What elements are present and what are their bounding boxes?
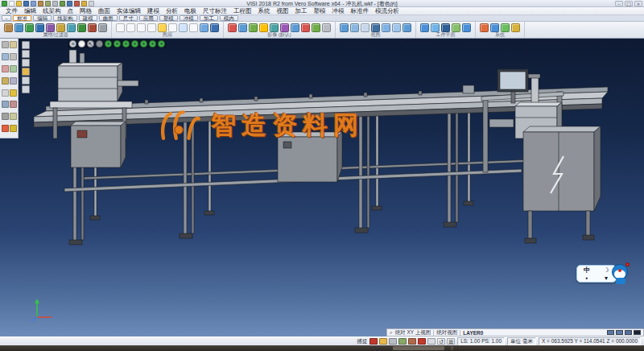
workplane-reset-icon[interactable] <box>462 23 471 32</box>
transparency-icon[interactable] <box>301 23 310 32</box>
layer-hide-icon[interactable] <box>147 23 156 32</box>
save-all-icon[interactable] <box>31 1 36 6</box>
layer-new-icon[interactable] <box>116 23 125 32</box>
ribbon-tab-8[interactable]: 塑模 <box>159 15 178 21</box>
pan-icon[interactable] <box>392 23 401 32</box>
color-swatch-3[interactable] <box>625 330 632 335</box>
mirror-tool-icon[interactable] <box>2 65 9 72</box>
menu-icon[interactable]: ≡ <box>69 40 76 47</box>
menu-item-18[interactable]: 模流分析 <box>372 7 402 15</box>
menu-item-1[interactable]: 编辑 <box>21 7 39 15</box>
system-settings-icon[interactable] <box>490 23 499 32</box>
ribbon-tab-2[interactable]: 编辑 <box>33 15 52 21</box>
ribbon-tab-7[interactable]: 应用 <box>139 15 158 21</box>
dropdown-icon[interactable] <box>89 1 94 6</box>
active-select-icon[interactable] <box>22 68 30 76</box>
menu-item-2[interactable]: 线架构 <box>39 7 64 15</box>
filter-face-icon[interactable] <box>25 23 34 32</box>
move-tool-icon[interactable] <box>2 53 9 60</box>
menu-item-11[interactable]: 工程图 <box>230 7 255 15</box>
color-picker-icon[interactable] <box>14 23 23 32</box>
chamfer-tool-icon[interactable] <box>2 101 9 108</box>
menu-item-15[interactable]: 塑模 <box>311 7 329 15</box>
offset-tool-icon[interactable] <box>2 77 9 85</box>
light-icon[interactable] <box>322 23 331 32</box>
ribbon-tab-1[interactable]: 标准 <box>13 15 31 21</box>
shade-blue-icon[interactable] <box>238 23 247 32</box>
highlight-status-icon[interactable] <box>418 338 426 345</box>
shade-red-icon[interactable] <box>228 23 237 32</box>
app-logo-icon[interactable] <box>2 1 7 6</box>
hidden-line-icon[interactable] <box>291 23 299 32</box>
scale-tool-icon[interactable] <box>10 65 17 72</box>
measure-tool-icon[interactable] <box>10 41 17 48</box>
system-info-icon[interactable] <box>511 23 520 32</box>
rotate-tool-icon[interactable] <box>10 53 17 60</box>
workplane-align-icon[interactable] <box>452 23 460 32</box>
menu-item-5[interactable]: 曲面 <box>95 7 114 15</box>
menu-item-8[interactable]: 分析 <box>163 7 181 15</box>
menu-item-7[interactable]: 建模 <box>144 7 163 15</box>
rotate-view-icon[interactable] <box>402 23 411 32</box>
menu-item-16[interactable]: 冲模 <box>329 7 348 15</box>
filter-solid-icon[interactable] <box>46 23 55 32</box>
layer-freeze-icon[interactable] <box>179 23 188 32</box>
redo-icon[interactable] <box>67 1 72 6</box>
filter-surface-icon[interactable] <box>67 23 76 32</box>
shade-yellow-icon[interactable] <box>259 23 268 32</box>
menu-item-10[interactable]: 尺寸标注 <box>200 7 230 15</box>
zoom-window-icon[interactable] <box>382 23 390 32</box>
ribbon-tab-0[interactable]: - <box>2 15 11 21</box>
filter-status-icon[interactable] <box>369 338 378 345</box>
info-tool-icon[interactable] <box>10 125 17 132</box>
snap-point-icon[interactable]: + <box>105 40 112 47</box>
snap-status-icon[interactable] <box>379 338 387 345</box>
snap-grid-icon[interactable]: + <box>149 40 156 47</box>
ribbon-tab-3[interactable]: 线架构 <box>53 15 77 21</box>
view-front-icon[interactable] <box>350 23 359 32</box>
snap-quadrant-icon[interactable]: + <box>158 40 165 47</box>
explode-tool-icon[interactable] <box>10 113 17 120</box>
mask-tool-icon[interactable] <box>2 125 9 132</box>
import-icon[interactable] <box>38 1 43 6</box>
fillet-tool-icon[interactable] <box>10 89 17 97</box>
mannequin-icon[interactable] <box>96 40 103 47</box>
export-icon[interactable] <box>45 1 51 6</box>
delete-icon[interactable] <box>74 1 80 6</box>
menu-item-14[interactable]: 加工 <box>292 7 311 15</box>
active-view-label[interactable]: 绝对 XY 上视图 <box>395 329 431 337</box>
menu-item-3[interactable]: 点 <box>64 7 77 15</box>
print-icon[interactable] <box>52 1 58 6</box>
chain-select-icon[interactable] <box>22 50 30 58</box>
view-top-icon[interactable] <box>340 23 349 32</box>
cursor-icon[interactable]: ↖ <box>87 40 94 47</box>
layer-move-icon[interactable] <box>137 23 146 32</box>
refresh-icon[interactable]: ↺ <box>437 338 445 345</box>
face-select-icon[interactable] <box>22 76 30 85</box>
taskbar[interactable] <box>0 345 644 351</box>
workplane-xy-icon[interactable] <box>420 23 429 32</box>
ribbon-tab-11[interactable]: 模内 <box>220 15 238 21</box>
free-snap-icon[interactable] <box>78 40 85 47</box>
ribbon-tab-4[interactable]: 建模 <box>79 15 97 21</box>
maximize-button[interactable]: ▢ <box>625 1 633 6</box>
system-update-icon[interactable] <box>501 23 510 32</box>
save-icon[interactable] <box>23 1 29 6</box>
snap-endpoint-icon[interactable]: + <box>140 40 147 47</box>
ortho-status-icon[interactable] <box>389 338 397 345</box>
zoom-fit-icon[interactable] <box>371 23 380 32</box>
help-icon[interactable] <box>81 1 87 6</box>
render-icon[interactable] <box>270 23 279 32</box>
layer-blank-icon[interactable] <box>189 23 198 32</box>
close-button[interactable]: × <box>634 1 642 6</box>
ribbon-tab-9[interactable]: 冲模 <box>180 15 198 21</box>
menu-item-0[interactable]: 文件 <box>2 7 21 15</box>
new-file-icon[interactable] <box>9 1 14 6</box>
workplane-3pt-icon[interactable] <box>441 23 450 32</box>
color-swatch-1[interactable] <box>607 330 614 335</box>
filter-point-icon[interactable] <box>77 23 86 32</box>
snap-midpoint-icon[interactable]: + <box>114 40 121 47</box>
view-iso-icon[interactable] <box>361 23 369 32</box>
menu-item-6[interactable]: 实体编辑 <box>114 7 144 15</box>
undo-icon[interactable] <box>60 1 65 6</box>
